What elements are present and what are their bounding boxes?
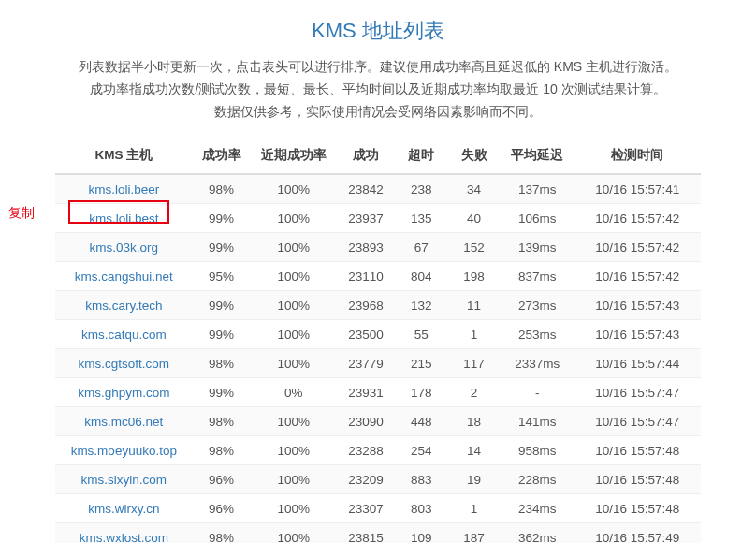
desc-line: 数据仅供参考，实际使用情况会受网络因素影响而不同。 <box>214 104 542 119</box>
col-header-host[interactable]: KMS 主机 <box>55 138 193 174</box>
copy-label: 复制 <box>8 205 35 222</box>
cell-timeout: 178 <box>395 378 447 407</box>
cell-latency: 234ms <box>501 494 574 523</box>
cell-host[interactable]: kms.ghpym.com <box>55 378 193 407</box>
cell-timeout: 215 <box>395 349 447 378</box>
cell-host[interactable]: kms.moeyuuko.top <box>55 436 193 465</box>
col-header-time[interactable]: 检测时间 <box>574 138 701 174</box>
cell-ok: 23968 <box>337 291 395 320</box>
cell-time: 10/16 15:57:43 <box>574 291 701 320</box>
cell-rate: 98% <box>193 349 251 378</box>
cell-fail: 1 <box>447 320 500 349</box>
cell-latency: 106ms <box>501 204 574 233</box>
cell-recent: 100% <box>251 465 337 494</box>
col-header-ok[interactable]: 成功 <box>337 138 395 174</box>
table-row: kms.mc06.net98%100%2309044818141ms10/16 … <box>55 407 701 436</box>
table-row: kms.loli.best99%100%2393713540106ms10/16… <box>55 204 701 233</box>
cell-time: 10/16 15:57:47 <box>574 378 701 407</box>
cell-ok: 23779 <box>337 349 395 378</box>
col-header-recent[interactable]: 近期成功率 <box>251 138 337 174</box>
col-header-timeout[interactable]: 超时 <box>395 138 447 174</box>
cell-rate: 98% <box>193 523 251 543</box>
cell-host[interactable]: kms.catqu.com <box>55 320 193 349</box>
cell-recent: 0% <box>251 378 337 407</box>
cell-time: 10/16 15:57:47 <box>574 407 701 436</box>
cell-fail: 19 <box>447 465 500 494</box>
col-header-fail[interactable]: 失败 <box>447 138 500 174</box>
cell-rate: 96% <box>193 465 251 494</box>
cell-ok: 23931 <box>337 378 395 407</box>
table-row: kms.cgtsoft.com98%100%237792151172337ms1… <box>55 349 701 378</box>
cell-ok: 23090 <box>337 407 395 436</box>
cell-latency: 253ms <box>501 320 574 349</box>
cell-timeout: 132 <box>395 291 447 320</box>
cell-ok: 23288 <box>337 436 395 465</box>
cell-recent: 100% <box>251 349 337 378</box>
cell-host[interactable]: kms.sixyin.com <box>55 465 193 494</box>
col-header-rate[interactable]: 成功率 <box>193 138 251 174</box>
cell-recent: 100% <box>251 262 337 291</box>
page-title: KMS 地址列表 <box>0 17 756 45</box>
cell-host[interactable]: kms.cgtsoft.com <box>55 349 193 378</box>
cell-latency: 137ms <box>501 174 574 204</box>
cell-latency: 228ms <box>501 465 574 494</box>
cell-latency: 139ms <box>501 233 574 262</box>
cell-host[interactable]: kms.cangshui.net <box>55 262 193 291</box>
cell-ok: 23307 <box>337 494 395 523</box>
cell-latency: 362ms <box>501 523 574 543</box>
cell-fail: 40 <box>447 204 500 233</box>
cell-rate: 99% <box>193 320 251 349</box>
table-row: kms.sixyin.com96%100%2320988319228ms10/1… <box>55 465 701 494</box>
cell-rate: 99% <box>193 204 251 233</box>
table-row: kms.wxlost.com98%100%23815109187362ms10/… <box>55 523 701 543</box>
cell-recent: 100% <box>251 174 337 204</box>
cell-host[interactable]: kms.wxlost.com <box>55 523 193 543</box>
cell-rate: 99% <box>193 291 251 320</box>
cell-latency: 837ms <box>501 262 574 291</box>
table-row: kms.moeyuuko.top98%100%2328825414958ms10… <box>55 436 701 465</box>
col-header-latency[interactable]: 平均延迟 <box>501 138 574 174</box>
cell-time: 10/16 15:57:43 <box>574 320 701 349</box>
cell-rate: 96% <box>193 494 251 523</box>
cell-recent: 100% <box>251 291 337 320</box>
cell-fail: 187 <box>447 523 500 543</box>
table-row: kms.cangshui.net95%100%23110804198837ms1… <box>55 262 701 291</box>
table-body: kms.loli.beer98%100%2384223834137ms10/16… <box>55 174 701 543</box>
cell-time: 10/16 15:57:48 <box>574 494 701 523</box>
table-row: kms.loli.beer98%100%2384223834137ms10/16… <box>55 174 701 204</box>
cell-fail: 34 <box>447 174 500 204</box>
table-row: kms.ghpym.com99%0%239311782-10/16 15:57:… <box>55 378 701 407</box>
cell-timeout: 803 <box>395 494 447 523</box>
cell-time: 10/16 15:57:41 <box>574 174 701 204</box>
cell-host[interactable]: kms.03k.org <box>55 233 193 262</box>
cell-fail: 1 <box>447 494 500 523</box>
cell-time: 10/16 15:57:48 <box>574 465 701 494</box>
table-row: kms.cary.tech99%100%2396813211273ms10/16… <box>55 291 701 320</box>
cell-time: 10/16 15:57:48 <box>574 436 701 465</box>
cell-timeout: 883 <box>395 465 447 494</box>
table-row: kms.03k.org99%100%2389367152139ms10/16 1… <box>55 233 701 262</box>
cell-time: 10/16 15:57:42 <box>574 262 701 291</box>
cell-host[interactable]: kms.loli.best <box>55 204 193 233</box>
cell-recent: 100% <box>251 523 337 543</box>
table-row: kms.wlrxy.cn96%100%233078031234ms10/16 1… <box>55 494 701 523</box>
cell-host[interactable]: kms.loli.beer <box>55 174 193 204</box>
cell-rate: 95% <box>193 262 251 291</box>
cell-host[interactable]: kms.wlrxy.cn <box>55 494 193 523</box>
cell-host[interactable]: kms.cary.tech <box>55 291 193 320</box>
cell-ok: 23500 <box>337 320 395 349</box>
cell-recent: 100% <box>251 494 337 523</box>
cell-rate: 98% <box>193 174 251 204</box>
desc-line: 列表数据半小时更新一次，点击表头可以进行排序。建议使用成功率高且延迟低的 KMS… <box>79 59 677 74</box>
desc-line: 成功率指成功次数/测试次数，最短、最长、平均时间以及近期成功率均取最近 10 次… <box>90 81 665 96</box>
cell-time: 10/16 15:57:42 <box>574 204 701 233</box>
cell-host[interactable]: kms.mc06.net <box>55 407 193 436</box>
cell-ok: 23815 <box>337 523 395 543</box>
cell-rate: 99% <box>193 233 251 262</box>
cell-latency: 273ms <box>501 291 574 320</box>
cell-timeout: 109 <box>395 523 447 543</box>
cell-time: 10/16 15:57:42 <box>574 233 701 262</box>
cell-timeout: 135 <box>395 204 447 233</box>
cell-time: 10/16 15:57:44 <box>574 349 701 378</box>
cell-timeout: 55 <box>395 320 447 349</box>
